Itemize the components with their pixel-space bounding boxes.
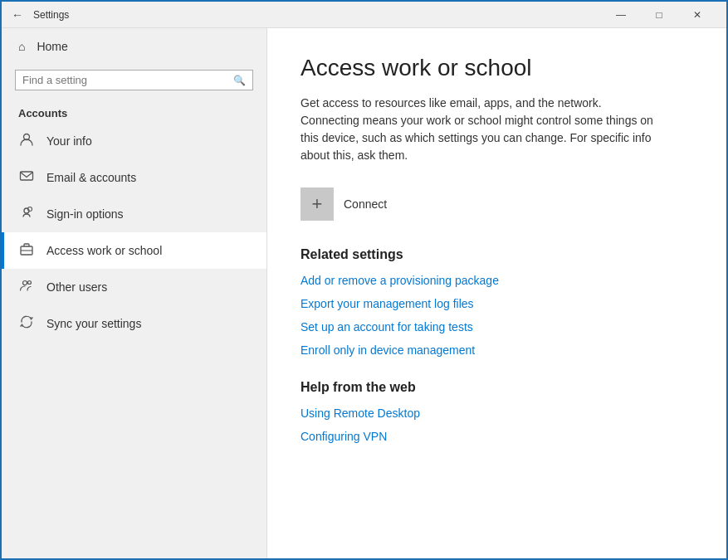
sidebar-item-other-users[interactable]: Other users <box>2 269 266 305</box>
home-icon: ⌂ <box>18 40 25 53</box>
your-info-label: Your info <box>46 134 92 148</box>
page-title: Access work or school <box>300 55 693 81</box>
link-device-management[interactable]: Enroll only in device management <box>300 343 693 357</box>
sidebar-item-your-info[interactable]: Your info <box>2 123 266 159</box>
title-bar: ← Settings — □ ✕ <box>2 2 726 28</box>
sidebar-home-label: Home <box>37 40 67 53</box>
title-bar-title: Settings <box>33 9 602 21</box>
sync-label: Sync your settings <box>46 317 141 330</box>
email-accounts-label: Email & accounts <box>46 171 136 184</box>
sidebar-search-box[interactable]: 🔍 <box>15 70 253 90</box>
sync-icon <box>18 314 35 333</box>
main-description: Get access to resources like email, apps… <box>300 95 657 164</box>
related-settings-heading: Related settings <box>300 247 693 262</box>
connect-button[interactable]: + Connect <box>300 187 693 221</box>
window-controls: — □ ✕ <box>602 2 716 28</box>
related-settings-section: Related settings Add or remove a provisi… <box>300 247 693 357</box>
help-web-heading: Help from the web <box>300 380 693 395</box>
work-icon <box>18 241 35 260</box>
link-remote-desktop[interactable]: Using Remote Desktop <box>300 407 693 420</box>
minimize-button[interactable]: — <box>602 2 640 28</box>
link-vpn[interactable]: Configuring VPN <box>300 430 693 443</box>
other-users-label: Other users <box>46 280 107 294</box>
app-container: ⌂ Home 🔍 Accounts Your info <box>2 28 726 560</box>
main-content: Access work or school Get access to reso… <box>267 28 726 560</box>
search-input[interactable] <box>22 74 233 86</box>
your-info-icon <box>18 132 35 150</box>
help-web-section: Help from the web Using Remote Desktop C… <box>300 380 693 443</box>
connect-label: Connect <box>344 197 387 211</box>
sign-in-icon <box>18 205 35 223</box>
other-users-icon <box>18 278 35 296</box>
sign-in-label: Sign-in options <box>46 207 124 221</box>
svg-point-6 <box>23 281 27 285</box>
sidebar-item-email-accounts[interactable]: Email & accounts <box>2 159 266 196</box>
connect-plus-icon: + <box>300 187 334 221</box>
back-button[interactable]: ← <box>12 8 23 22</box>
close-button[interactable]: ✕ <box>678 2 716 28</box>
sidebar-item-access-work[interactable]: Access work or school <box>2 232 266 269</box>
sidebar-section-title: Accounts <box>2 100 266 123</box>
sidebar-item-sync[interactable]: Sync your settings <box>2 305 266 342</box>
email-icon <box>18 168 35 187</box>
maximize-button[interactable]: □ <box>640 2 678 28</box>
access-work-label: Access work or school <box>46 244 162 257</box>
link-provisioning[interactable]: Add or remove a provisioning package <box>300 274 693 287</box>
sidebar-item-home[interactable]: ⌂ Home <box>2 28 266 65</box>
search-icon: 🔍 <box>233 75 246 86</box>
sidebar: ⌂ Home 🔍 Accounts Your info <box>2 28 267 560</box>
link-management-log[interactable]: Export your management log files <box>300 297 693 310</box>
svg-point-7 <box>28 281 32 285</box>
sidebar-item-sign-in[interactable]: Sign-in options <box>2 196 266 232</box>
link-taking-tests[interactable]: Set up an account for taking tests <box>300 320 693 334</box>
